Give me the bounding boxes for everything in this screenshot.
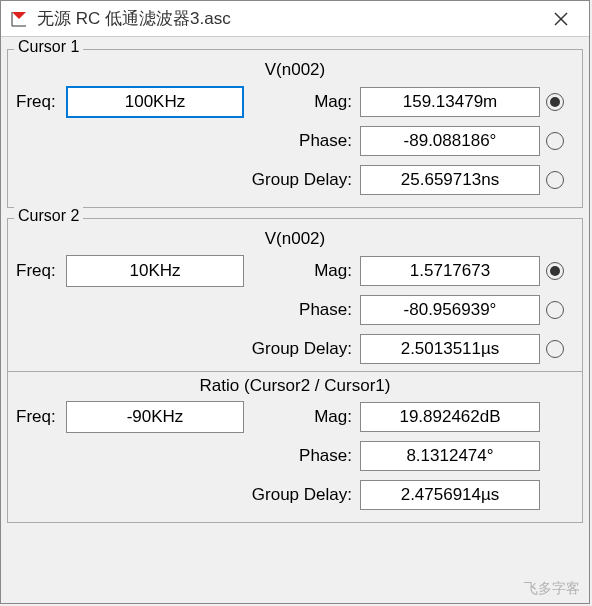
ratio-mag-label: Mag: (244, 407, 360, 427)
cursor2-group-title: Cursor 2 (14, 207, 83, 225)
app-icon (9, 9, 29, 29)
ratio-mag-value[interactable]: 19.892462dB (360, 402, 540, 432)
cursor1-mag-value[interactable]: 159.13479m (360, 87, 540, 117)
cursor1-signal-label: V(n002) (16, 60, 574, 80)
titlebar: 无源 RC 低通滤波器3.asc (1, 1, 589, 37)
ratio-phase-label: Phase: (244, 446, 360, 466)
ratio-freq-label: Freq: (16, 407, 66, 427)
cursor2-phase-row: Phase: -80.956939° (16, 292, 574, 328)
dialog-window: 无源 RC 低通滤波器3.asc Cursor 1 V(n002) Freq: … (0, 0, 590, 604)
ratio-delay-label: Group Delay: (244, 485, 360, 505)
cursor2-mag-label: Mag: (244, 261, 360, 281)
ratio-title: Ratio (Cursor2 / Cursor1) (16, 376, 574, 396)
ratio-phase-value[interactable]: 8.1312474° (360, 441, 540, 471)
cursor2-delay-label: Group Delay: (244, 339, 360, 359)
cursor2-delay-row: Group Delay: 2.5013511µs (16, 331, 574, 367)
cursor2-freq-input[interactable] (66, 255, 244, 287)
cursor2-mag-row: Freq: Mag: 1.5717673 (16, 253, 574, 289)
svg-marker-0 (12, 12, 26, 19)
cursor1-group-title: Cursor 1 (14, 38, 83, 56)
cursor1-phase-value[interactable]: -89.088186° (360, 126, 540, 156)
cursor1-delay-label: Group Delay: (244, 170, 360, 190)
cursor2-group: Cursor 2 V(n002) Freq: Mag: 1.5717673 Ph… (7, 218, 583, 523)
cursor2-delay-radio[interactable] (546, 340, 564, 358)
cursor1-delay-value[interactable]: 25.659713ns (360, 165, 540, 195)
cursor2-mag-value[interactable]: 1.5717673 (360, 256, 540, 286)
ratio-delay-row: Group Delay: 2.4756914µs (16, 477, 574, 513)
cursor1-freq-label: Freq: (16, 92, 66, 112)
close-button[interactable] (541, 5, 581, 33)
cursor2-mag-radio[interactable] (546, 262, 564, 280)
cursor2-phase-label: Phase: (244, 300, 360, 320)
ratio-mag-row: Freq: Mag: 19.892462dB (16, 399, 574, 435)
content-area: Cursor 1 V(n002) Freq: Mag: 159.13479m P… (1, 37, 589, 529)
cursor1-phase-radio[interactable] (546, 132, 564, 150)
window-title: 无源 RC 低通滤波器3.asc (37, 7, 541, 30)
cursor1-group: Cursor 1 V(n002) Freq: Mag: 159.13479m P… (7, 49, 583, 208)
cursor1-delay-radio[interactable] (546, 171, 564, 189)
ratio-freq-input[interactable] (66, 401, 244, 433)
cursor1-delay-row: Group Delay: 25.659713ns (16, 162, 574, 198)
cursor2-signal-label: V(n002) (16, 229, 574, 249)
cursor2-phase-radio[interactable] (546, 301, 564, 319)
cursor1-freq-input[interactable] (66, 86, 244, 118)
cursor2-phase-value[interactable]: -80.956939° (360, 295, 540, 325)
cursor2-delay-value[interactable]: 2.5013511µs (360, 334, 540, 364)
cursor1-phase-label: Phase: (244, 131, 360, 151)
cursor1-phase-row: Phase: -89.088186° (16, 123, 574, 159)
ratio-delay-value[interactable]: 2.4756914µs (360, 480, 540, 510)
cursor1-mag-row: Freq: Mag: 159.13479m (16, 84, 574, 120)
watermark-text: 飞多字客 (524, 580, 580, 598)
cursor1-mag-label: Mag: (244, 92, 360, 112)
cursor2-freq-label: Freq: (16, 261, 66, 281)
cursor1-mag-radio[interactable] (546, 93, 564, 111)
ratio-phase-row: Phase: 8.1312474° (16, 438, 574, 474)
